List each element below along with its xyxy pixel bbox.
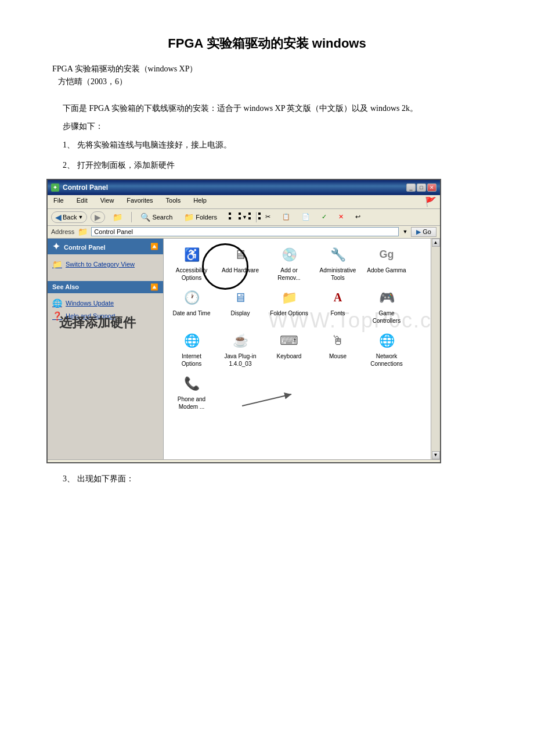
sidebar: ✦ Control Panel 🔼 📁 Switch to Category V… <box>48 239 164 459</box>
folders-button[interactable]: 📁 Folders <box>180 211 221 224</box>
date-time-label: Date and Time <box>172 309 210 317</box>
win-menubar: File Edit View Favorites Tools Help 🚩 <box>48 195 440 209</box>
fonts-icon: A <box>329 289 347 307</box>
content-area: WWW.TopP0c.com ♿ AccessibilityOpt <box>164 239 440 459</box>
menu-file[interactable]: File <box>51 196 66 207</box>
win-toolbar: ◀ Back ▼ ▶ 📁 🔍 Search 📁 Folders ▼ <box>48 209 440 226</box>
date-time-icon: 🕐 <box>182 289 201 307</box>
address-bar: Address 📁 Control Panel ▼ ▶ Go <box>48 226 440 239</box>
display-label: Display <box>231 309 250 317</box>
toolbar-sep-2 <box>256 212 257 222</box>
adobe-gamma-icon: Gg <box>377 246 396 264</box>
phone-modem-label: Phone andModem ... <box>178 395 205 411</box>
mouse-icon: 🖱 <box>329 332 347 350</box>
icon-fonts[interactable]: A Fonts <box>315 286 361 327</box>
sidebar-section-header: ✦ Control Panel 🔼 <box>48 239 163 254</box>
add-remove-label: Add orRemov... <box>277 267 300 282</box>
icon-java-plugin[interactable]: ☕ Java Plug-in1.4.0_03 <box>217 329 264 370</box>
game-controllers-icon: 🎮 <box>377 289 396 307</box>
win-title-left: ✦ Control Panel <box>51 183 108 192</box>
step1: 1、 先将实验箱连线与电脑连接好，接上电源。 <box>63 138 488 152</box>
fonts-label: Fonts <box>330 309 345 317</box>
java-plugin-icon: ☕ <box>231 332 250 350</box>
sidebar-switch-view[interactable]: 📁 Switch to Category View <box>52 258 158 271</box>
admin-tools-label: AdministrativeTools <box>320 267 356 282</box>
display-icon: 🖥 <box>231 289 250 307</box>
sidebar-see-also-header: See Also 🔼 <box>48 281 163 293</box>
subtitle: FPGA 实验箱驱动的安装（windows XP） <box>52 64 488 74</box>
toolbar-sep-1 <box>131 212 132 222</box>
search-button[interactable]: 🔍 Search <box>136 211 176 224</box>
adobe-gamma-label: Adobe Gamma <box>367 267 406 274</box>
icon-internet-options[interactable]: 🌐 InternetOptions <box>168 329 215 370</box>
sidebar-see-also-collapse[interactable]: 🔼 <box>150 283 158 291</box>
icon-keyboard[interactable]: ⌨ Keyboard <box>266 329 312 370</box>
sidebar-content: 📁 Switch to Category View <box>48 254 163 274</box>
icon-add-hardware[interactable]: 🖥 Add Hardware <box>217 243 264 284</box>
folder-options-label: Folder Options <box>270 309 308 317</box>
game-controllers-label: GameControllers <box>373 309 400 325</box>
icon-admin-tools[interactable]: 🔧 AdministrativeTools <box>315 243 361 284</box>
steps-label: 步骤如下： <box>63 121 488 132</box>
menu-help[interactable]: Help <box>191 196 209 207</box>
network-connections-label: NetworkConnections <box>370 352 403 368</box>
add-hardware-label: Add Hardware <box>222 267 259 274</box>
sidebar-windows-update[interactable]: 🌐 Windows Update <box>52 297 158 309</box>
icon-phone-modem[interactable]: 📞 Phone andModem ... <box>168 372 215 413</box>
win-main: ✦ Control Panel 🔼 📁 Switch to Category V… <box>48 239 440 459</box>
add-remove-icon: 💿 <box>280 246 298 264</box>
copy-button[interactable]: 📋 <box>278 211 294 222</box>
win-controls[interactable]: _ □ ✕ <box>406 183 436 192</box>
status-bar <box>48 459 440 462</box>
win-titlebar: ✦ Control Panel _ □ ✕ <box>48 180 440 195</box>
icon-network-connections[interactable]: 🌐 NetworkConnections <box>363 329 410 370</box>
select-label: 选择添加硬件 <box>59 314 136 332</box>
phone-modem-icon: 📞 <box>182 375 201 393</box>
address-label: Address <box>51 228 74 235</box>
menu-tools[interactable]: Tools <box>164 196 183 207</box>
intro: 下面是 FPGA 实验箱的下载线驱动的安装：适合于 windows XP 英文版… <box>46 101 488 116</box>
up-button[interactable]: 📁 <box>109 211 127 224</box>
icon-mouse[interactable]: 🖱 Mouse <box>315 329 361 370</box>
minimize-button[interactable]: _ <box>406 183 416 192</box>
win-title-text: Control Panel <box>63 183 108 192</box>
icon-add-remove[interactable]: 💿 Add orRemov... <box>266 243 312 284</box>
icon-game-controllers[interactable]: 🎮 GameControllers <box>363 286 410 327</box>
view-button[interactable]: ▼ <box>225 211 251 224</box>
accessibility-label: AccessibilityOptions <box>176 267 207 282</box>
internet-options-icon: 🌐 <box>182 332 201 350</box>
icon-folder-options[interactable]: 📁 Folder Options <box>266 286 312 327</box>
mouse-label: Mouse <box>329 352 347 360</box>
folder-options-icon: 📁 <box>280 289 298 307</box>
internet-options-label: InternetOptions <box>182 352 201 368</box>
maximize-button[interactable]: □ <box>417 183 426 192</box>
step3: 3、 出现如下界面： <box>63 474 488 484</box>
close-button[interactable]: ✕ <box>427 183 436 192</box>
go-button[interactable]: ▶ Go <box>411 227 436 237</box>
delete-button[interactable]: ✕ <box>334 211 348 222</box>
control-panel-screenshot: ✦ Control Panel _ □ ✕ File Edit View Fav… <box>46 179 441 463</box>
cut-button[interactable]: ✂ <box>261 211 275 222</box>
admin-tools-icon: 🔧 <box>329 246 347 264</box>
keyboard-label: Keyboard <box>277 352 302 360</box>
menu-view[interactable]: View <box>98 196 117 207</box>
icon-accessibility[interactable]: ♿ AccessibilityOptions <box>168 243 215 284</box>
step2: 2、 打开控制面板，添加新硬件 <box>63 158 488 172</box>
sidebar-collapse-icon[interactable]: 🔼 <box>150 243 158 250</box>
keyboard-icon: ⌨ <box>280 332 298 350</box>
menu-favorites[interactable]: Favorites <box>124 196 155 207</box>
back-button[interactable]: ◀ Back ▼ <box>51 211 87 223</box>
win-title-icon: ✦ <box>51 183 59 192</box>
add-hardware-icon: 🖥 <box>231 246 250 264</box>
icon-adobe-gamma[interactable]: Gg Adobe Gamma <box>363 243 410 284</box>
paste-button[interactable]: 📄 <box>298 211 314 222</box>
undo-button[interactable]: ↩ <box>351 211 365 222</box>
page-title: FPGA 实验箱驱动的安装 windows <box>46 35 488 52</box>
network-connections-icon: 🌐 <box>377 332 396 350</box>
icon-display[interactable]: 🖥 Display <box>217 286 264 327</box>
address-input[interactable]: Control Panel <box>91 227 399 236</box>
check-button[interactable]: ✓ <box>317 211 331 222</box>
forward-button[interactable]: ▶ <box>91 211 105 223</box>
menu-edit[interactable]: Edit <box>74 196 90 207</box>
icon-date-time[interactable]: 🕐 Date and Time <box>168 286 215 327</box>
